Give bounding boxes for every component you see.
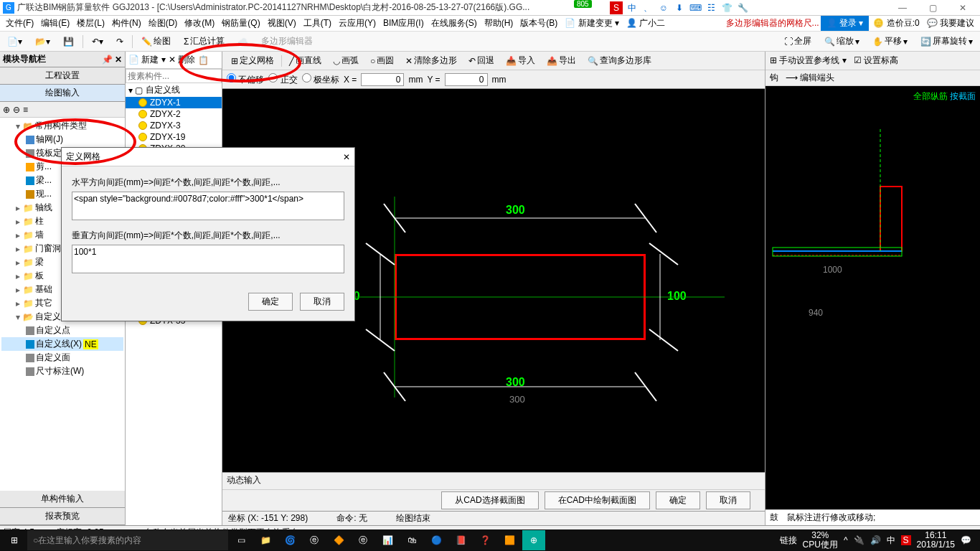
dialog-close-icon[interactable]: ✕ [343, 152, 350, 162]
tab-report[interactable]: 报表预览 [0, 508, 125, 525]
comp-copy-icon[interactable]: 📋 [198, 55, 209, 65]
dialog-title-bar[interactable]: 定义网格 ✕ [62, 148, 354, 166]
tab-project-settings[interactable]: 工程设置 [0, 67, 125, 85]
ime-kbd[interactable]: ⌨ [689, 1, 702, 14]
menu-component[interactable]: 构件(N) [109, 16, 144, 31]
rotate-button[interactable]: 🔄 屏幕旋转 ▾ [916, 34, 977, 49]
cad-select-button[interactable]: 从CAD选择截面图 [441, 491, 538, 509]
radio-ortho[interactable]: 正交 [268, 73, 297, 86]
comp-item-1[interactable]: ZDYX-1 [126, 97, 222, 108]
menu-view[interactable]: 视图(V) [265, 16, 299, 31]
tray-clock[interactable]: 16:112018/1/15 [917, 531, 955, 550]
dialog-ok-button[interactable]: 确定 [248, 293, 293, 311]
tray-cpu[interactable]: 32%CPU使用 [803, 531, 838, 550]
tray-notif-icon[interactable]: 💬 [961, 535, 971, 545]
ime-lang[interactable]: 中 [626, 1, 639, 14]
arc-button[interactable]: ◡ 画弧 [329, 53, 363, 68]
radio-polar[interactable]: 极坐标 [302, 73, 339, 86]
tree-axis[interactable]: 轴网(J) [1, 133, 123, 146]
tree-dimension[interactable]: 尺寸标注(W) [1, 364, 123, 378]
tray-s-icon[interactable]: S [901, 535, 911, 545]
menu-edit[interactable]: 编辑(E) [38, 16, 72, 31]
line-button[interactable]: ╱ 画直线 [285, 53, 326, 68]
menu-floor[interactable]: 楼层(L) [74, 16, 108, 31]
ime-opt[interactable]: ☷ [705, 1, 717, 14]
undo-icon[interactable]: ↶▾ [88, 35, 108, 48]
minimize-button[interactable]: — [888, 1, 917, 15]
app-icon-9[interactable]: 🟧 [498, 530, 521, 550]
close-button[interactable]: ✕ [948, 1, 977, 15]
calc-button[interactable]: Σ 汇总计算 [179, 34, 229, 49]
comp-search-input[interactable] [126, 69, 222, 83]
taskbar-search[interactable]: ○ 在这里输入你要搜素的内容 [27, 530, 228, 550]
define-grid-button[interactable]: ⊞ 定义网格 [227, 53, 278, 68]
login-button[interactable]: 👤 登录 ▾ [821, 16, 870, 31]
tray-vol-icon[interactable]: 🔊 [870, 535, 881, 545]
app-icon-2[interactable]: 🌀 [278, 530, 301, 550]
nav-tool-3[interactable]: ≡ [23, 105, 28, 115]
right-canvas[interactable]: 全部纵筋 按截面 1000 940 [765, 86, 980, 509]
app-icon-3[interactable]: 🔶 [327, 530, 350, 550]
dynamic-input[interactable]: 动态输入 [222, 472, 765, 489]
menu-bim[interactable]: BIM应用(I) [380, 16, 427, 31]
save-icon[interactable]: 💾 [59, 35, 78, 48]
fullscreen-button[interactable]: ⛶ 全屏 [780, 34, 816, 49]
end-edit-button[interactable]: ⟶ 编辑端头 [786, 72, 834, 84]
tab-single-input[interactable]: 单构件输入 [0, 491, 125, 508]
tray-ime-icon[interactable]: 中 [887, 534, 895, 547]
comp-root[interactable]: ▾ ▢ 自定义线 [126, 83, 222, 97]
menu-draw[interactable]: 绘图(D) [146, 16, 181, 31]
ime-mic[interactable]: ⬇ [673, 1, 686, 14]
ime-shirt[interactable]: 👕 [720, 1, 733, 14]
suggest-button[interactable]: 💬 我要建议 [924, 16, 977, 31]
h-spacing-input[interactable]: <span style="background:#0078d7;color:#f… [72, 192, 344, 220]
gxe-button[interactable]: 👤 广小二 [623, 16, 668, 31]
ime-s-icon[interactable]: S [610, 1, 623, 14]
pan-button[interactable]: ✋ 平移 ▾ [868, 34, 912, 49]
ime-emoji[interactable]: ☺ [657, 1, 670, 14]
comp-del-button[interactable]: ✕ 删除 [169, 54, 195, 66]
tree-custom-line[interactable]: 自定义线(X) NE [1, 337, 123, 351]
elevation-button[interactable]: ☑ 设置标高 [854, 55, 898, 67]
draw-button[interactable]: ✏️ 绘图 [137, 34, 175, 49]
menu-modify[interactable]: 修改(M) [182, 16, 217, 31]
ie-icon[interactable]: ⓔ [303, 530, 326, 550]
undo-button[interactable]: ↶ 回退 [464, 53, 499, 68]
new-change-button[interactable]: 📄 新建变更 ▾ [562, 16, 622, 31]
menu-file[interactable]: 文件(F) [3, 16, 37, 31]
radio-nooffset[interactable]: 不偏移 [227, 73, 264, 86]
tree-custom-face[interactable]: 自定义面 [1, 351, 123, 364]
app-icon-7[interactable]: 📕 [449, 530, 472, 550]
comp-item-19[interactable]: ZDYX-19 [126, 131, 222, 143]
tray-up-icon[interactable]: ^ [844, 535, 848, 545]
query-button[interactable]: 🔍 查询多边形库 [583, 53, 656, 68]
menu-cloud[interactable]: 云应用(Y) [336, 16, 379, 31]
y-input[interactable] [445, 73, 488, 86]
app-icon-4[interactable]: 📊 [376, 530, 399, 550]
tray-power-icon[interactable]: 🔌 [854, 535, 864, 545]
start-button[interactable]: ⊞ [3, 530, 26, 550]
clear-button[interactable]: ✕ 清除多边形 [401, 53, 461, 68]
app-icon-5[interactable]: 🛍 [400, 530, 423, 550]
zoom-button[interactable]: 🔍 缩放 ▾ [820, 34, 864, 49]
comp-item-2[interactable]: ZDYX-2 [126, 108, 222, 120]
dialog-cancel-button[interactable]: 取消 [300, 293, 344, 311]
app-icon-active[interactable]: ⊕ [522, 530, 545, 550]
ref-line-button[interactable]: ⊞ 手动设置参考线 ▾ [770, 55, 847, 67]
tree-custom-point[interactable]: 自定义点 [1, 324, 123, 337]
menu-help[interactable]: 帮助(H) [481, 16, 517, 31]
tree-root[interactable]: ▾📂 常用构件类型 [1, 119, 123, 133]
x-input[interactable] [361, 73, 404, 86]
app-icon-1[interactable]: 📁 [254, 530, 277, 550]
circle-button[interactable]: ○ 画圆 [366, 53, 398, 68]
comp-new-button[interactable]: 📄 新建 ▾ [128, 54, 166, 66]
menu-rebar[interactable]: 钢筋量(Q) [219, 16, 263, 31]
nav-tool-1[interactable]: ⊕ [3, 105, 10, 115]
ok-button[interactable]: 确定 [656, 491, 700, 509]
nav-tool-2[interactable]: ⊖ [13, 105, 20, 115]
comp-item-3[interactable]: ZDYX-3 [126, 120, 222, 131]
app-icon-6[interactable]: 🔵 [425, 530, 448, 550]
pin-icon[interactable]: 📌 ✕ [102, 55, 122, 65]
new-doc-icon[interactable]: 📄▾ [3, 35, 27, 48]
import-button[interactable]: 📥 导入 [501, 53, 540, 68]
